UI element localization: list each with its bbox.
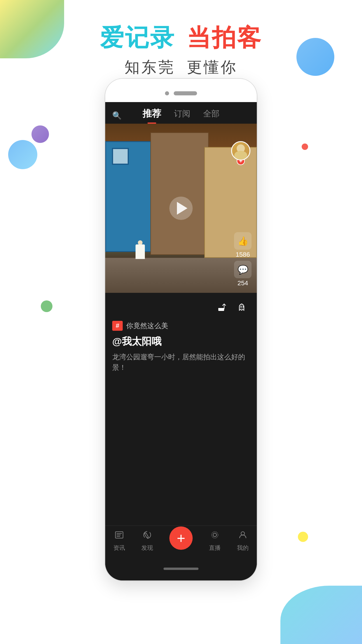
- phone-speaker: [174, 91, 197, 95]
- tab-profile[interactable]: 我的: [237, 530, 249, 552]
- svg-point-8: [213, 533, 217, 537]
- building-center: [150, 132, 209, 255]
- tab-subscription[interactable]: 订阅: [174, 108, 190, 123]
- profile-label: 我的: [237, 544, 249, 552]
- like-icon: 👍: [234, 232, 252, 250]
- hashtag-row: # 你竟然这么美: [112, 321, 250, 331]
- likes-count: 1586: [236, 251, 250, 258]
- avatar-container: +: [231, 141, 250, 165]
- phone-mockup: 🔍 推荐 订阅 全部 +: [105, 79, 257, 580]
- add-icon: +: [177, 530, 185, 547]
- svg-point-2: [243, 306, 244, 307]
- tab-discover[interactable]: 发现: [141, 530, 153, 552]
- share-button[interactable]: [214, 300, 229, 315]
- phone-camera: [165, 91, 169, 95]
- hashtag-badge: #: [112, 321, 123, 331]
- tab-bar: 资讯 发现 +: [105, 526, 257, 557]
- bg-blob-blue-left: [8, 140, 37, 169]
- svg-point-1: [240, 306, 242, 307]
- comments-count: 254: [238, 279, 248, 287]
- play-button[interactable]: [169, 197, 193, 220]
- nav-tabs: 推荐 订阅 全部: [143, 107, 219, 124]
- tab-live[interactable]: 直播: [209, 530, 221, 552]
- bg-blob-red-dot: [302, 144, 308, 150]
- user-mention[interactable]: @我太阳哦: [112, 335, 250, 348]
- video-actions: 👍 1586 💬 254: [234, 232, 252, 287]
- hero-section: 爱记录当拍客 知东莞 更懂你: [0, 23, 362, 78]
- tab-add-button[interactable]: +: [169, 526, 193, 550]
- hero-subtitle: 知东莞 更懂你: [0, 57, 362, 78]
- bg-blob-purple-left: [31, 125, 49, 143]
- news-icon: [114, 530, 124, 542]
- svg-point-9: [212, 532, 218, 538]
- home-indicator: [105, 557, 257, 580]
- bg-blob-blue-bottom-right: [280, 586, 362, 644]
- live-label: 直播: [209, 544, 221, 552]
- tab-recommended[interactable]: 推荐: [143, 107, 161, 124]
- live-icon: [210, 530, 220, 542]
- video-container[interactable]: + 👍 1586 💬 254: [105, 124, 257, 293]
- svg-rect-7: [144, 533, 148, 538]
- app-header: 🔍 推荐 订阅 全部: [105, 102, 257, 124]
- hero-title-part1: 爱记录: [100, 24, 175, 51]
- building-left: [105, 141, 152, 252]
- person-figure: [134, 240, 146, 264]
- news-label: 资讯: [113, 544, 125, 552]
- home-indicator-bar: [164, 568, 198, 570]
- search-icon[interactable]: 🔍: [112, 111, 122, 120]
- hero-title: 爱记录当拍客: [0, 23, 362, 52]
- hashtag-text: 你竟然这么美: [126, 321, 168, 330]
- profile-icon: [238, 530, 248, 542]
- ghost-button[interactable]: [235, 300, 250, 315]
- discover-icon: [142, 530, 152, 542]
- comment-icon: 💬: [234, 261, 252, 278]
- bottom-content: # 你竟然这么美 @我太阳哦 龙湾公园遛弯一小时，居然能拍出这么好的景！: [105, 293, 257, 526]
- hero-subtitle-part2: 更懂你: [187, 59, 238, 76]
- hero-title-part2: 当拍客: [187, 24, 262, 51]
- action-row: [112, 300, 250, 315]
- like-button[interactable]: 👍 1586: [234, 232, 252, 258]
- hero-subtitle-part1: 知东莞: [124, 59, 175, 76]
- phone-top-bar: [105, 79, 257, 102]
- app-content: 🔍 推荐 订阅 全部 +: [105, 102, 257, 580]
- comment-button[interactable]: 💬 254: [234, 261, 252, 287]
- discover-label: 发现: [141, 544, 153, 552]
- bg-blob-yellow-small: [298, 532, 308, 542]
- play-triangle-icon: [177, 202, 187, 215]
- video-description: 龙湾公园遛弯一小时，居然能拍出这么好的景！: [112, 352, 250, 373]
- avatar[interactable]: [231, 141, 250, 160]
- bg-blob-green-small: [41, 300, 52, 312]
- tab-all[interactable]: 全部: [203, 108, 219, 123]
- tab-news[interactable]: 资讯: [113, 530, 125, 552]
